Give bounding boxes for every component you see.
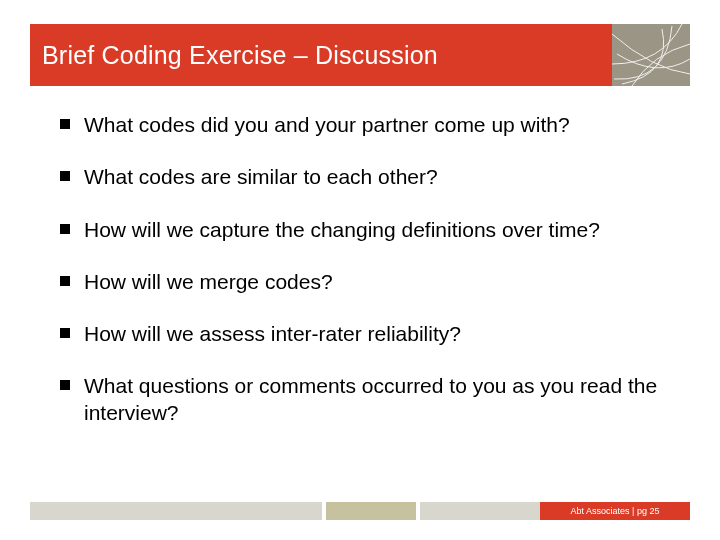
- list-item: What questions or comments occurred to y…: [60, 373, 660, 426]
- bullet-text: What questions or comments occurred to y…: [84, 373, 660, 426]
- list-item: What codes did you and your partner come…: [60, 112, 660, 138]
- footer: Abt Associates | pg 25: [30, 502, 690, 520]
- slide-title: Brief Coding Exercise – Discussion: [42, 41, 438, 70]
- bullet-text: What codes are similar to each other?: [84, 164, 438, 190]
- list-item: What codes are similar to each other?: [60, 164, 660, 190]
- bullet-icon: [60, 380, 70, 390]
- bullet-icon: [60, 171, 70, 181]
- footer-bar: [30, 502, 322, 520]
- bullet-text: How will we merge codes?: [84, 269, 333, 295]
- footer-bar: [326, 502, 416, 520]
- bullet-text: What codes did you and your partner come…: [84, 112, 570, 138]
- title-bar: Brief Coding Exercise – Discussion: [30, 24, 612, 86]
- header: Brief Coding Exercise – Discussion: [30, 24, 690, 86]
- footer-bar: [420, 502, 540, 520]
- bullet-icon: [60, 276, 70, 286]
- footer-page-bar: Abt Associates | pg 25: [540, 502, 690, 520]
- bullet-text: How will we assess inter-rater reliabili…: [84, 321, 461, 347]
- bullet-icon: [60, 224, 70, 234]
- footer-text: Abt Associates | pg 25: [571, 506, 660, 516]
- bullet-icon: [60, 328, 70, 338]
- bullet-list: What codes did you and your partner come…: [60, 112, 660, 452]
- list-item: How will we merge codes?: [60, 269, 660, 295]
- slide: Brief Coding Exercise – Discussion What …: [0, 0, 720, 540]
- list-item: How will we assess inter-rater reliabili…: [60, 321, 660, 347]
- logo-icon: [612, 24, 690, 86]
- bullet-icon: [60, 119, 70, 129]
- bullet-text: How will we capture the changing definit…: [84, 217, 600, 243]
- list-item: How will we capture the changing definit…: [60, 217, 660, 243]
